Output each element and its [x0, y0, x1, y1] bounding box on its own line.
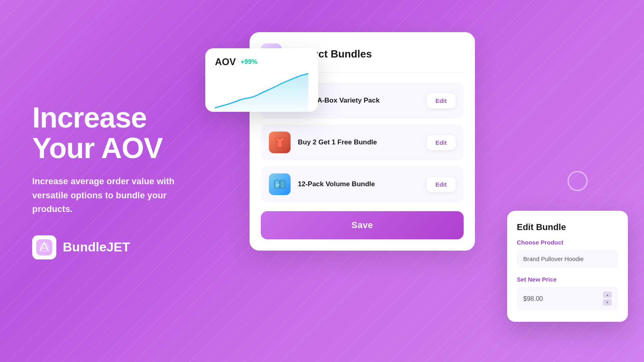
left-panel: IncreaseYour AOV Increase average order … [32, 103, 217, 259]
aov-label: AOV [215, 56, 236, 68]
aov-badge: +99% [241, 58, 257, 66]
price-stepper[interactable]: ▲ ▼ [603, 292, 612, 306]
connector-circle [568, 171, 588, 191]
hero-title: IncreaseYour AOV [32, 103, 201, 163]
aov-card: AOV +99% [205, 48, 318, 112]
brand-name: BundleJET [63, 240, 130, 255]
stepper-down[interactable]: ▼ [603, 299, 612, 306]
price-value: $98.00 [523, 295, 600, 302]
brand-icon [36, 239, 52, 255]
bundle-name-2: Buy 2 Get 1 Free Bundle [298, 138, 427, 146]
bundle-name-3: 12-Pack Volume Bundle [298, 180, 427, 188]
aov-chart [215, 72, 308, 112]
brand-row: BundleJET [32, 235, 201, 259]
bundle-row: Buy 2 Get 1 Free Bundle Edit [261, 124, 464, 160]
choose-product-label: Choose Product [517, 239, 618, 246]
right-panel: AOV +99% [217, 24, 612, 338]
hero-subtitle: Increase average order value with versat… [32, 175, 201, 216]
product-field[interactable]: Brand Pullover Hoodie [517, 250, 618, 268]
bundle-thumb-clothes [269, 132, 291, 153]
svg-text:12: 12 [276, 183, 279, 186]
bundle-thumb-pack: 12 [269, 173, 291, 195]
svg-rect-7 [280, 180, 285, 188]
edit-button-1[interactable]: Edit [427, 93, 456, 108]
edit-card-title: Edit Bundle [517, 222, 618, 232]
brand-logo [32, 235, 56, 259]
aov-header: AOV +99% [215, 56, 308, 68]
edit-button-3[interactable]: Edit [427, 177, 456, 192]
edit-bundle-card: Edit Bundle Choose Product Brand Pullove… [507, 211, 628, 322]
edit-button-2[interactable]: Edit [427, 135, 456, 150]
product-value: Brand Pullover Hoodie [523, 255, 584, 262]
save-button[interactable]: Save [261, 211, 464, 239]
bundle-row: 12 12-Pack Volume Bundle Edit [261, 166, 464, 202]
price-input-row: $98.00 ▲ ▼ [517, 287, 618, 311]
svg-rect-0 [36, 239, 52, 255]
set-price-label: Set New Price [517, 276, 618, 283]
stepper-up[interactable]: ▲ [603, 292, 612, 298]
